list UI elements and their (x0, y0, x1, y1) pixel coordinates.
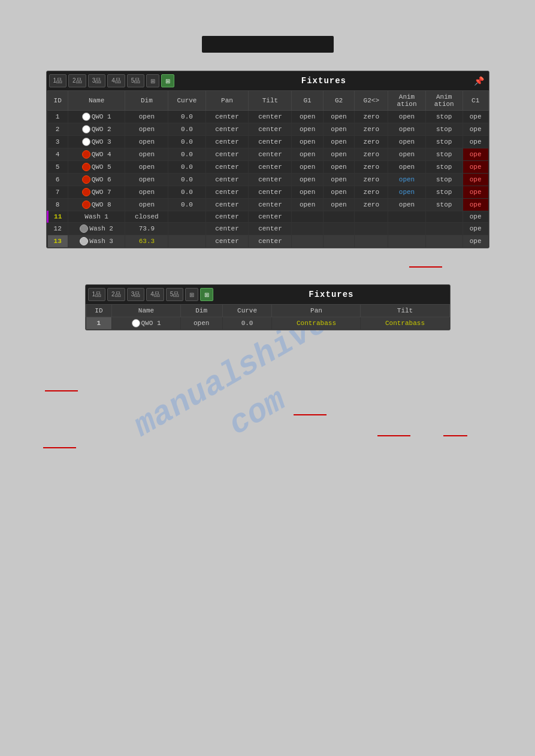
red-line-4 (377, 435, 410, 436)
cell-anim2: stop (425, 161, 463, 174)
cell-c1: ope (463, 123, 488, 136)
table-row[interactable]: 1 QWO 1 open 0.0 center center open open… (47, 111, 488, 123)
cell-id: 4 (47, 148, 68, 161)
col-name: Name (68, 91, 125, 111)
cell-dim: 63.3 (125, 235, 168, 248)
tab-4-panel2[interactable]: 4品 (146, 288, 164, 301)
cell-g2lt: zero (355, 148, 388, 161)
cell-tilt: center (249, 211, 292, 223)
tab-5-panel1[interactable]: 5品 (127, 74, 145, 87)
cell-pan: Contrabass (272, 317, 361, 330)
cell-c1: ope (463, 111, 488, 123)
cell-c1: ope (463, 211, 488, 223)
cell-dim: closed (125, 211, 168, 223)
table-row[interactable]: 3 QWO 3 open 0.0 center center open open… (47, 136, 488, 148)
cell-curve: 0.0 (168, 148, 205, 161)
cell-g1: open (292, 186, 323, 199)
cell-name: QWO 2 (68, 123, 125, 136)
cell-curve: 0.0 (168, 174, 205, 186)
cell-pan: center (205, 161, 249, 174)
table-row[interactable]: 7 QWO 7 open 0.0 center center open open… (47, 186, 488, 199)
cell-anim2: stop (425, 148, 463, 161)
cell-g2lt: zero (355, 161, 388, 174)
cell-dim: open (125, 136, 168, 148)
tab-1-panel1[interactable]: 1品 (49, 74, 67, 87)
col-g1: G1 (292, 91, 323, 111)
cell-g2: open (323, 136, 354, 148)
col-pan: Pan (205, 91, 249, 111)
cell-tilt: center (249, 186, 292, 199)
cell-g2: open (323, 186, 354, 199)
table-row[interactable]: 13 Wash 3 63.3 center center ope (47, 235, 488, 248)
cell-name: QWO 4 (68, 148, 125, 161)
cell-g2lt (355, 235, 388, 248)
table-row[interactable]: 11 Wash 1 closed center center ope (47, 211, 488, 223)
cell-tilt: center (249, 223, 292, 235)
cell-g2lt: zero (355, 111, 388, 123)
cell-g1 (292, 235, 323, 248)
col-curve: Curve (168, 91, 205, 111)
cell-g2lt (355, 211, 388, 223)
table-row[interactable]: 6 QWO 6 open 0.0 center center open open… (47, 174, 488, 186)
tab-2-panel2[interactable]: 2品 (107, 288, 125, 301)
cell-curve (168, 235, 205, 248)
table-row[interactable]: 1 QWO 1 open 0.0 Contrabass Contrabass (86, 317, 449, 330)
cell-name: QWO 6 (68, 174, 125, 186)
cell-g2: open (323, 199, 354, 211)
cell-anim2: stop (425, 111, 463, 123)
tab-grid2-panel2[interactable]: ⊞ (200, 288, 213, 301)
tab-5-panel2[interactable]: 5品 (166, 288, 184, 301)
panel2-table-wrapper: ID Name Dim Curve Pan Tilt 1 QWO 1 open (86, 304, 450, 330)
tab-3-panel1[interactable]: 3品 (88, 74, 106, 87)
tab-4-panel1[interactable]: 4品 (107, 74, 125, 87)
cell-id: 13 (47, 235, 68, 248)
tab-grid2-panel1[interactable]: ⊞ (161, 74, 174, 87)
tab-1-panel2[interactable]: 1品 (88, 288, 106, 301)
table-row[interactable]: 12 Wash 2 73.9 center center ope (47, 223, 488, 235)
table-row[interactable]: 4 QWO 4 open 0.0 center center open open… (47, 148, 488, 161)
tab-3-panel2[interactable]: 3品 (127, 288, 145, 301)
cell-dim: open (180, 317, 222, 330)
cell-name: QWO 3 (68, 136, 125, 148)
col-id: ID (86, 305, 112, 317)
pin-icon-panel1[interactable]: 📌 (471, 76, 486, 86)
table-row[interactable]: 8 QWO 8 open 0.0 center center open open… (47, 199, 488, 211)
cell-anim2: stop (425, 123, 463, 136)
cell-pan: center (205, 148, 249, 161)
cell-g1: open (292, 161, 323, 174)
cell-curve: 0.0 (168, 136, 205, 148)
cell-pan: center (205, 223, 249, 235)
cell-dim: open (125, 111, 168, 123)
tab-grid1-panel1[interactable]: ⊞ (146, 74, 159, 87)
table-row[interactable]: 2 QWO 2 open 0.0 center center open open… (47, 123, 488, 136)
circle-icon (80, 224, 88, 233)
table-row[interactable]: 5 QWO 5 open 0.0 center center open open… (47, 161, 488, 174)
circle-icon (82, 125, 90, 133)
cell-name: QWO 5 (68, 161, 125, 174)
cell-pan: center (205, 136, 249, 148)
top-bar (202, 36, 334, 53)
circle-icon (82, 150, 90, 159)
cell-g2: open (323, 123, 354, 136)
tab-2-panel1[interactable]: 2品 (68, 74, 86, 87)
tab-grid1-panel2[interactable]: ⊞ (185, 288, 198, 301)
circle-icon (132, 319, 140, 327)
cell-anim2: stop (425, 186, 463, 199)
cell-g2: open (323, 111, 354, 123)
cell-pan: center (205, 199, 249, 211)
cell-pan: center (205, 186, 249, 199)
cell-anim2: stop (425, 136, 463, 148)
cell-curve (168, 223, 205, 235)
cell-anim2: stop (425, 174, 463, 186)
cell-id: 2 (47, 123, 68, 136)
cell-anim2 (425, 235, 463, 248)
red-line-3 (294, 414, 327, 415)
cell-g1: open (292, 174, 323, 186)
cell-tilt: Contrabass (361, 317, 449, 330)
cell-dim: open (125, 148, 168, 161)
panel1-topbar: 1品 2品 3品 4品 5品 ⊞ ⊞ Fixtures 📌 (47, 71, 489, 90)
cell-id: 11 (47, 211, 68, 223)
panel1-title: Fixtures (176, 76, 471, 86)
cell-name: QWO 1 (112, 317, 180, 330)
panel1-table-wrapper: ID Name Dim Curve Pan Tilt G1 G2 G2<> An… (47, 90, 489, 248)
